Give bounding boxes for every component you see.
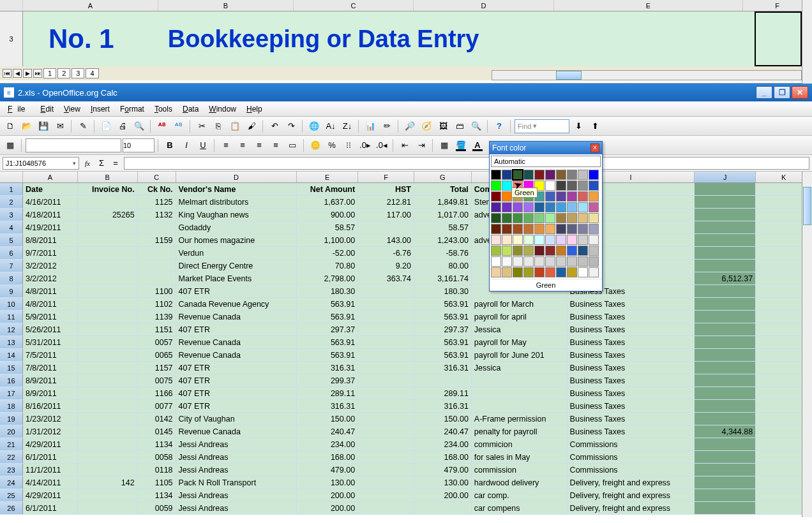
color-swatch[interactable]	[545, 191, 555, 202]
color-swatch[interactable]	[523, 213, 534, 223]
cell[interactable]: HST	[358, 183, 414, 195]
cell[interactable]: 297.37	[414, 323, 472, 335]
color-swatch[interactable]	[502, 224, 512, 234]
color-swatch[interactable]	[589, 191, 599, 202]
cut-icon[interactable]: ✂	[194, 119, 209, 134]
cell[interactable]: Godaddy	[176, 221, 297, 233]
color-swatch[interactable]	[491, 202, 501, 212]
cell[interactable]: Revenue Canada	[176, 349, 297, 361]
align-justify-icon[interactable]: ≡	[268, 138, 283, 153]
color-swatch[interactable]	[556, 202, 566, 212]
cell[interactable]: Business Taxes	[568, 425, 695, 438]
cell[interactable]: 212.81	[358, 196, 414, 208]
top-col-C[interactable]: C	[294, 0, 414, 11]
color-swatch[interactable]	[534, 267, 545, 277]
cell[interactable]: 4/29/2011	[23, 438, 78, 450]
paste-icon[interactable]: 📋	[227, 119, 243, 134]
cell[interactable]: Melmart distributors	[176, 196, 297, 208]
cell[interactable]: -6.76	[358, 247, 414, 259]
menu-insert[interactable]: Insert	[86, 103, 115, 115]
color-swatch[interactable]	[578, 224, 588, 234]
cell[interactable]: Business Taxes	[568, 298, 695, 310]
cell[interactable]: 1132	[138, 209, 176, 221]
cell[interactable]	[78, 336, 138, 348]
color-swatch[interactable]	[502, 191, 512, 202]
maximize-button[interactable]: ❐	[774, 86, 790, 99]
color-swatch[interactable]	[502, 213, 512, 223]
color-swatch[interactable]	[545, 246, 555, 256]
select-all-corner[interactable]	[0, 172, 23, 182]
cell[interactable]: Direct Energy Centre	[176, 260, 297, 272]
cell[interactable]: 143.00	[358, 234, 414, 246]
color-swatch[interactable]	[491, 180, 501, 191]
color-swatch[interactable]	[502, 170, 512, 180]
cell[interactable]: 1159	[138, 234, 176, 246]
align-center-icon[interactable]: ≡	[235, 138, 250, 153]
col-header-E[interactable]: E	[297, 172, 358, 182]
function-wizard-icon[interactable]: fx	[82, 159, 93, 167]
row-header[interactable]: 6	[0, 247, 23, 259]
cell[interactable]: 7/8/2011	[23, 362, 78, 374]
export-pdf-icon[interactable]: 📄	[98, 119, 114, 134]
cell[interactable]: 4/8/2011	[23, 298, 78, 310]
color-swatch[interactable]	[556, 213, 566, 223]
help-icon[interactable]: ?	[492, 119, 507, 134]
color-swatch[interactable]	[589, 224, 599, 234]
cell[interactable]: 7/5/2011	[23, 349, 78, 361]
cell[interactable]	[358, 451, 414, 463]
color-swatch[interactable]	[589, 170, 599, 180]
color-swatch[interactable]	[578, 170, 588, 180]
cell[interactable]	[78, 349, 138, 361]
cell[interactable]: 1105	[138, 476, 176, 489]
cell[interactable]	[695, 476, 756, 489]
cell[interactable]	[78, 489, 138, 501]
cell[interactable]	[358, 221, 414, 233]
color-swatch[interactable]	[534, 235, 545, 245]
cell[interactable]: 200.00	[297, 489, 358, 501]
color-swatch[interactable]	[502, 235, 512, 245]
cell[interactable]: 563.91	[297, 311, 358, 323]
cell[interactable]: 8/9/2011	[23, 374, 78, 387]
cell[interactable]: 1151	[138, 323, 176, 335]
cell[interactable]: 6/1/2011	[23, 502, 78, 514]
row-header[interactable]: 8	[0, 272, 23, 284]
cell[interactable]: Jessi Andreas	[176, 451, 297, 463]
cell[interactable]	[472, 400, 568, 412]
cell[interactable]: Commissions	[568, 451, 695, 463]
color-swatch[interactable]	[491, 256, 501, 267]
color-swatch[interactable]	[567, 235, 577, 245]
cell[interactable]: Delivery, freight and express	[568, 502, 695, 514]
cell[interactable]	[695, 221, 756, 233]
color-swatch[interactable]	[545, 256, 555, 267]
decrease-indent-icon[interactable]: ⇤	[397, 138, 412, 153]
cell[interactable]: commicion	[472, 438, 568, 450]
cell[interactable]: payroll for May	[472, 336, 568, 348]
cell[interactable]	[695, 323, 756, 335]
cell[interactable]	[358, 413, 414, 425]
sort-asc-icon[interactable]: A↓	[323, 119, 338, 134]
color-swatch[interactable]	[491, 267, 501, 277]
color-swatch[interactable]	[513, 267, 523, 277]
cell[interactable]: 316.31	[414, 362, 472, 374]
cell[interactable]: 563.91	[414, 311, 472, 323]
cell[interactable]: Business Taxes	[568, 362, 695, 374]
cell[interactable]: for sales in May	[472, 451, 568, 463]
cell[interactable]: Business Taxes	[568, 336, 695, 348]
cell[interactable]: 0058	[138, 451, 176, 463]
cell[interactable]: 168.00	[414, 451, 472, 463]
cell[interactable]: 1134	[138, 489, 176, 501]
cell[interactable]: 1157	[138, 362, 176, 374]
cell[interactable]: 142	[78, 476, 138, 489]
cell[interactable]: -58.76	[414, 247, 472, 259]
cell[interactable]: 407 ETR	[176, 285, 297, 297]
cell[interactable]: Net Amount	[297, 183, 358, 195]
color-swatch[interactable]	[545, 170, 555, 180]
find-next-icon[interactable]: ⬇	[571, 119, 586, 134]
color-swatch[interactable]	[567, 224, 577, 234]
row-header[interactable]: 1	[0, 183, 23, 195]
cell[interactable]: 70.80	[297, 260, 358, 272]
cell[interactable]: payroll for June 201	[472, 349, 568, 361]
equals-icon[interactable]: =	[110, 158, 121, 169]
redo-icon[interactable]: ↷	[283, 119, 299, 134]
cell[interactable]: 1134	[138, 438, 176, 450]
